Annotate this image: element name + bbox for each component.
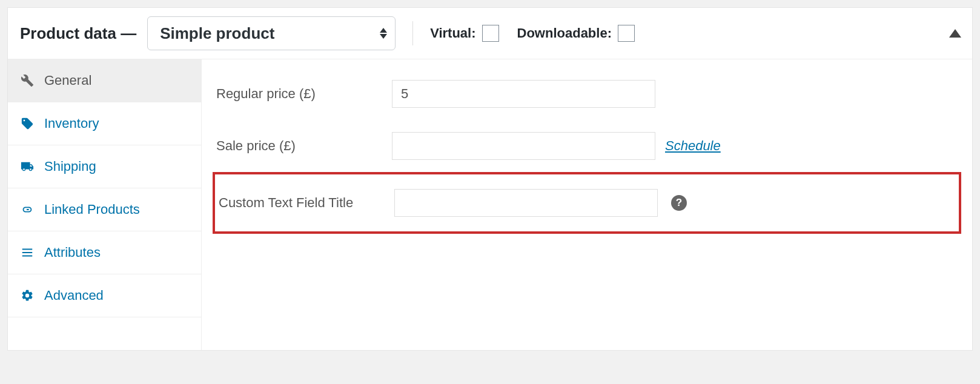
downloadable-label: Downloadable: (517, 25, 612, 41)
product-type-select-wrap: Simple product (147, 16, 396, 50)
sidebar-item-general[interactable]: General (8, 59, 201, 102)
downloadable-checkbox-group: Downloadable: (517, 25, 635, 42)
virtual-label: Virtual: (430, 25, 475, 41)
regular-price-row: Regular price (£) (202, 68, 972, 120)
general-tab-content: Regular price (£) Sale price (£) Schedul… (202, 59, 972, 350)
gear-icon (20, 288, 35, 303)
sidebar-item-advanced[interactable]: Advanced (8, 274, 201, 317)
sidebar-item-attributes[interactable]: Attributes (8, 231, 201, 274)
sidebar-item-label: Shipping (44, 159, 96, 174)
wrench-icon (20, 73, 35, 88)
virtual-checkbox-group: Virtual: (430, 25, 498, 42)
list-icon (20, 245, 35, 260)
virtual-checkbox[interactable] (482, 25, 499, 42)
downloadable-checkbox[interactable] (618, 25, 635, 42)
custom-field-highlight: Custom Text Field Title ? (213, 172, 961, 234)
sidebar-item-label: Inventory (44, 116, 99, 131)
collapse-up-icon[interactable] (949, 29, 961, 38)
custom-text-field-input[interactable] (394, 189, 658, 217)
product-type-select[interactable]: Simple product (147, 16, 396, 50)
custom-text-field-row: Custom Text Field Title ? (215, 174, 959, 231)
sale-price-row: Sale price (£) Schedule (202, 120, 972, 172)
sale-price-label: Sale price (£) (216, 138, 392, 154)
sidebar-item-linked-products[interactable]: Linked Products (8, 188, 201, 231)
schedule-link[interactable]: Schedule (665, 138, 721, 153)
header-divider (412, 21, 413, 45)
product-data-panel: Product data — Simple product Virtual: D… (7, 7, 973, 351)
panel-header: Product data — Simple product Virtual: D… (8, 8, 972, 59)
link-icon (20, 202, 35, 217)
sidebar-item-shipping[interactable]: Shipping (8, 145, 201, 188)
sale-price-input[interactable] (392, 132, 655, 160)
sidebar-item-label: General (44, 73, 91, 88)
sidebar-item-label: Attributes (44, 245, 101, 260)
sidebar-item-label: Linked Products (44, 202, 140, 217)
sale-price-aux: Schedule (665, 138, 721, 154)
custom-text-field-label: Custom Text Field Title (219, 195, 394, 211)
panel-title: Product data — (20, 24, 136, 43)
truck-icon (20, 159, 35, 174)
panel-body: General Inventory Shipping Linked Produc… (8, 59, 972, 350)
regular-price-label: Regular price (£) (216, 86, 392, 102)
sidebar: General Inventory Shipping Linked Produc… (8, 59, 202, 350)
tag-icon (20, 116, 35, 131)
help-icon[interactable]: ? (671, 195, 687, 211)
sidebar-item-inventory[interactable]: Inventory (8, 102, 201, 145)
regular-price-input[interactable] (392, 80, 655, 108)
sidebar-item-label: Advanced (44, 288, 104, 303)
